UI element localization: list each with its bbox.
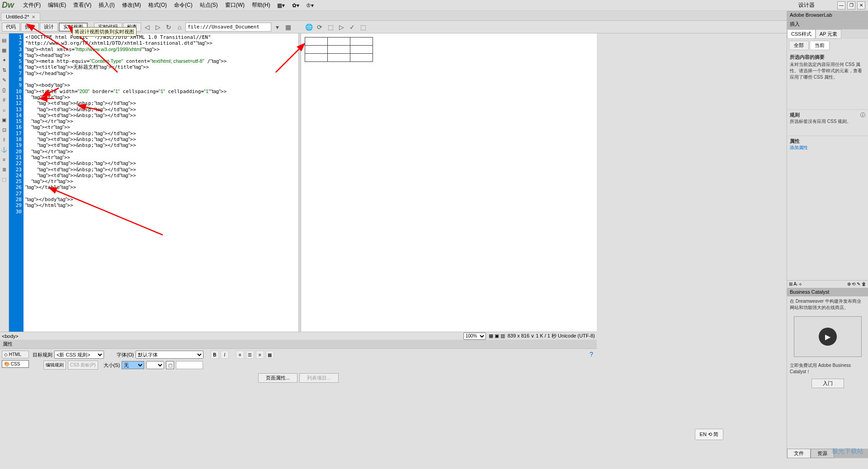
nav-forward-icon[interactable]: ▷ [153,22,163,32]
add-property-link[interactable]: 添加属性 [790,145,865,151]
files-tab[interactable]: 文件 [787,449,811,458]
bc-start-button[interactable]: 入门 [811,379,844,388]
menu-format[interactable]: 格式(O) [145,0,170,10]
tool-icon-5[interactable]: ▷ [336,22,346,32]
list-item-button: 列表项目... [299,373,339,383]
tag-selector[interactable]: <body> [2,333,19,339]
edit-rule-button[interactable]: 编辑规则 [43,361,66,370]
code-editor[interactable]: 1234567891011121314151617181920212223242… [9,33,298,332]
bc-trial-link[interactable]: 立即免费试用 Adobe Business Catalyst！ [787,361,868,377]
tool-icon-7[interactable]: ⬚ [358,22,368,32]
ime-indicator[interactable]: EN ⟲ 简 [695,429,723,440]
color-swatch[interactable]: ▢ [166,361,174,369]
align-center-button[interactable]: ☰ [246,351,254,359]
code-tool-13[interactable]: ≡ [0,155,8,164]
tool-icon-1[interactable]: ▦ [283,22,293,32]
menu-commands[interactable]: 命令(C) [170,0,196,10]
dropdown-icon[interactable]: ▾ [272,22,282,32]
rules-info-icon[interactable]: ⓘ [860,112,865,118]
align-left-button[interactable]: ≡ [236,351,244,359]
color-input[interactable] [176,361,203,369]
menu-site[interactable]: 站点(S) [196,0,222,10]
code-tool-8[interactable]: ⌕ [0,106,8,114]
insert-panel-header[interactable]: 插入 [787,19,868,29]
css-panel-button[interactable]: CSS 面板(P) [68,361,98,370]
italic-button[interactable]: I [221,351,229,359]
code-tool-3[interactable]: ✦ [0,56,8,64]
workspace-designer[interactable]: 设计器 [795,0,818,10]
align-justify-button[interactable]: ▦ [266,351,274,359]
close-button[interactable]: ✕ [857,1,865,9]
view-code-button[interactable]: 代码 [2,23,20,32]
unit-select[interactable] [146,361,164,369]
css-current-button[interactable]: 当前 [810,41,830,50]
play-icon[interactable]: ▶ [819,328,837,346]
css-all-button[interactable]: 全部 [789,41,809,50]
css-styles-tab[interactable]: CSS样式 [787,29,816,39]
refresh-icon[interactable]: ↻ [164,22,174,32]
file-tab-untitled[interactable]: Untitled-2* ✕ [1,13,40,20]
props-html-button[interactable]: ◇ HTML [2,351,29,358]
code-tool-9[interactable]: ▣ [0,116,8,124]
nav-back-icon[interactable]: ◁ [142,22,152,32]
menubar: Dw 文件(F) 编辑(E) 查看(V) 插入(I) 修改(M) 格式(O) 命… [0,0,868,11]
css-panel-icons-right[interactable]: ⊕ ⟲ ✎ 🗑 [847,281,866,287]
menu-insert[interactable]: 插入(I) [95,0,118,10]
css-panel-icons-left[interactable]: ⊞ Aᵢ ⟡ [789,281,802,287]
layout-icon[interactable]: ▦▾ [276,1,287,9]
menu-modify[interactable]: 修改(M) [118,0,145,10]
code-tool-6[interactable]: {} [0,86,8,94]
bc-description: 在 Dreamweaver 中构建并发布商业网站和功能强大的在线商店。 [787,296,868,313]
menu-view[interactable]: 查看(V) [70,0,95,10]
extend-icon[interactable]: ✿▾ [290,1,301,9]
code-content[interactable]: <!DOCTYPE html PUBLIC "-//W3C//DTD XHTML… [24,33,298,332]
code-tool-15[interactable]: ⬚ [0,175,8,183]
font-select[interactable]: 默认字体 [136,351,203,359]
tool-icon-2[interactable]: 🌐 [304,22,314,32]
resources-tab[interactable]: 资源 [811,449,834,458]
code-tool-10[interactable]: ⊡ [0,126,8,134]
business-catalyst-header[interactable]: Business Catalyst [787,288,868,296]
help-icon[interactable]: ? [590,351,593,370]
ap-elements-tab[interactable]: AP 元素 [816,29,842,39]
props-css-button[interactable]: 🎨 CSS [2,360,29,368]
tooltip-live-view: 将设计视图切换到实时视图 [72,27,137,37]
tool-icon-4[interactable]: ⬚ [326,22,335,32]
properties-title[interactable]: 属性 [0,340,597,349]
menu-file[interactable]: 文件(F) [19,0,44,10]
bc-video-thumbnail[interactable]: ▶ [794,316,862,357]
code-tool-4[interactable]: ⇅ [0,66,8,74]
page-properties-button[interactable]: 页面属性... [258,373,297,383]
size-select[interactable]: 无 [122,361,144,369]
maximize-button[interactable]: ❐ [847,1,855,9]
code-tool-14[interactable]: ≣ [0,165,8,174]
code-tool-1[interactable]: ▤ [0,36,8,44]
view-icons[interactable]: ▦ ▣ ▥ [489,333,505,339]
home-icon[interactable]: ⌂ [175,22,184,32]
align-right-button[interactable]: ≡ [256,351,264,359]
menu-help[interactable]: 帮助(H) [248,0,274,10]
tool-icon-3[interactable]: ⟳ [315,22,325,32]
zoom-selector[interactable]: 100% [463,333,486,340]
browserlab-panel-header[interactable]: Adobe BrowserLab [787,11,868,19]
properties-panel: 属性 ◇ HTML 🎨 CSS 目标规则 <新 CSS 规则> 字体(O) 默认… [0,340,597,385]
code-tool-11[interactable]: ℓ [0,136,8,144]
tab-close-icon[interactable]: ✕ [32,14,35,19]
menu-edit[interactable]: 编辑(E) [44,0,70,10]
target-rule-select[interactable]: <新 CSS 规则> [54,351,104,359]
code-tool-7[interactable]: # [0,96,8,104]
minimize-button[interactable]: — [837,1,845,9]
address-input[interactable] [185,23,271,32]
file-tab-label: Untitled-2* [6,14,29,19]
tool-icon-6[interactable]: ✓ [347,22,357,32]
menu-window[interactable]: 窗口(W) [222,0,248,10]
code-tool-12[interactable]: ⚓ [0,145,8,154]
preview-table[interactable] [305,37,373,62]
view-design-button[interactable]: 设计 [40,23,58,32]
code-tool-2[interactable]: ▦ [0,46,8,54]
bold-button[interactable]: B [211,351,219,359]
site-icon[interactable]: ♔▾ [305,1,316,9]
design-preview[interactable] [301,33,597,332]
view-split-button[interactable]: 拆分 [21,23,39,32]
code-tool-5[interactable]: ✎ [0,76,8,84]
